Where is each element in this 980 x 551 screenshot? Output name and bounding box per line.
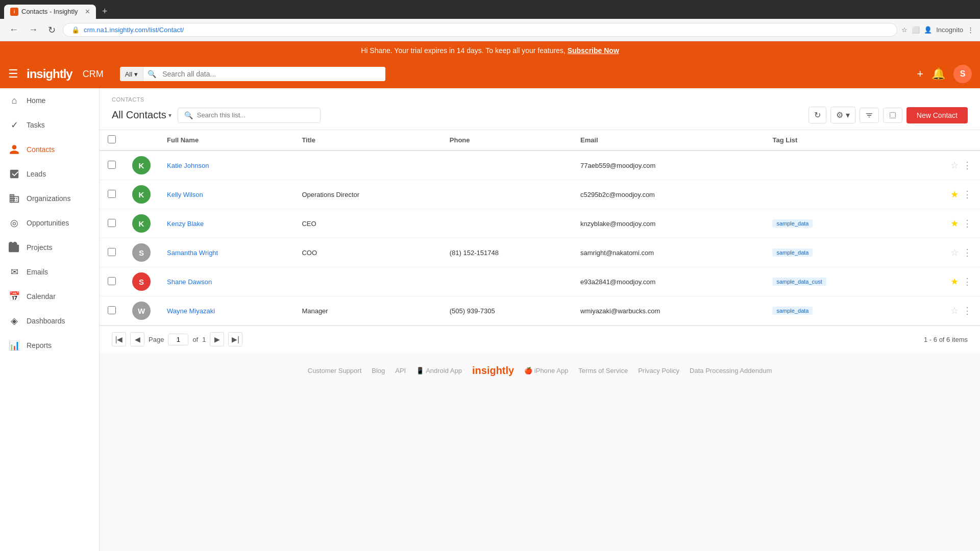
- star-button-4[interactable]: ★: [950, 276, 959, 287]
- url-bar[interactable]: 🔒 crm.na1.insightly.com/list/Contact/: [63, 23, 897, 37]
- sidebar-item-dashboards[interactable]: ◈ Dashboards: [0, 309, 99, 333]
- calendar-icon: 📅: [8, 290, 20, 303]
- more-menu-button-1[interactable]: ⋮: [963, 189, 972, 200]
- trial-message: Hi Shane. Your trial expires in 14 days.…: [361, 46, 566, 55]
- more-menu-button-0[interactable]: ⋮: [963, 160, 972, 171]
- android-app-link[interactable]: 📱 Android App: [416, 367, 462, 374]
- add-button[interactable]: +: [917, 67, 923, 81]
- contacts-toolbar: All Contacts ▾ 🔍 ↻ ⚙ ▾ New Con: [112, 107, 968, 130]
- profile-icon[interactable]: 👤: [924, 26, 932, 34]
- footer-logo: insightly: [472, 365, 514, 377]
- tag-list-header[interactable]: Tag List: [764, 130, 904, 151]
- contact-name-4[interactable]: Shane Dawson: [167, 278, 212, 286]
- contacts-dropdown-arrow[interactable]: ▾: [168, 112, 172, 119]
- next-page-button[interactable]: ▶: [210, 332, 224, 346]
- tag-badge: sample_data: [772, 248, 813, 257]
- more-menu-button-4[interactable]: ⋮: [963, 276, 972, 287]
- star-button-1[interactable]: ★: [950, 189, 959, 200]
- sidebar-item-leads[interactable]: Leads: [0, 162, 99, 186]
- new-tab-button[interactable]: +: [98, 4, 112, 19]
- contact-name-1[interactable]: Kelly Wilson: [167, 191, 203, 198]
- main-content: CONTACTS All Contacts ▾ 🔍 ↻ ⚙ ▾: [100, 88, 980, 551]
- sidebar-item-contacts[interactable]: Contacts: [0, 137, 99, 162]
- star-button-0[interactable]: ☆: [950, 160, 959, 171]
- hamburger-button[interactable]: ☰: [8, 67, 18, 81]
- active-tab[interactable]: i Contacts - Insightly ×: [4, 5, 96, 19]
- sidebar-item-opportunities[interactable]: ◎ Opportunities: [0, 211, 99, 235]
- contact-name-0[interactable]: Katie Johnson: [167, 162, 209, 169]
- star-button-3[interactable]: ☆: [950, 247, 959, 258]
- contact-name-2[interactable]: Kenzy Blake: [167, 220, 204, 228]
- sidebar-label-opportunities: Opportunities: [27, 219, 69, 227]
- contact-name-5[interactable]: Wayne Miyazaki: [167, 307, 215, 315]
- contact-title-5: Manager: [293, 296, 441, 325]
- notifications-button[interactable]: 🔔: [932, 67, 945, 81]
- star-button-2[interactable]: ★: [950, 218, 959, 229]
- contact-phone-1: [442, 180, 572, 209]
- more-menu-button-2[interactable]: ⋮: [963, 218, 972, 229]
- filter-button[interactable]: [860, 108, 879, 123]
- row-checkbox-3[interactable]: [108, 248, 116, 256]
- more-menu-button-5[interactable]: ⋮: [963, 305, 972, 316]
- last-page-button[interactable]: ▶|: [228, 332, 242, 346]
- sidebar-item-projects[interactable]: Projects: [0, 235, 99, 260]
- star-button-5[interactable]: ☆: [950, 305, 959, 316]
- search-type-dropdown[interactable]: All ▾: [120, 67, 143, 81]
- search-icon: 🔍: [143, 70, 156, 78]
- full-name-header[interactable]: Full Name: [159, 130, 293, 151]
- sidebar-item-emails[interactable]: ✉ Emails: [0, 260, 99, 284]
- incognito-label: Incognito: [936, 26, 963, 34]
- sidebar-item-home[interactable]: ⌂ Home: [0, 88, 99, 113]
- data-processing-link[interactable]: Data Processing Addendum: [690, 367, 772, 374]
- first-page-button[interactable]: |◀: [112, 332, 126, 346]
- api-link[interactable]: API: [395, 367, 406, 374]
- items-count: 1 - 6 of 6 items: [924, 336, 968, 343]
- title-header[interactable]: Title: [293, 130, 441, 151]
- extensions-icon[interactable]: ⬜: [912, 26, 920, 34]
- new-contact-button[interactable]: New Contact: [906, 107, 968, 123]
- back-button[interactable]: ←: [6, 23, 21, 36]
- prev-page-button[interactable]: ◀: [130, 332, 144, 346]
- contact-name-3[interactable]: Samantha Wright: [167, 249, 218, 257]
- row-checkbox-2[interactable]: [108, 219, 116, 227]
- sidebar-item-calendar[interactable]: 📅 Calendar: [0, 284, 99, 309]
- page-input[interactable]: [168, 334, 188, 345]
- menu-icon[interactable]: ⋮: [967, 26, 974, 34]
- select-all-checkbox[interactable]: [108, 135, 116, 143]
- contact-tags-2: sample_data: [764, 209, 904, 238]
- refresh-button[interactable]: ↻: [45, 23, 59, 37]
- tab-close-button[interactable]: ×: [85, 8, 90, 16]
- blog-link[interactable]: Blog: [372, 367, 385, 374]
- sidebar-item-reports[interactable]: 📊 Reports: [0, 333, 99, 358]
- customer-support-link[interactable]: Customer Support: [308, 367, 362, 374]
- table-row: KKatie Johnson77aeb559@moodjoy.com ☆ ⋮: [100, 151, 980, 180]
- list-search-bar: 🔍: [178, 108, 321, 123]
- bookmark-icon[interactable]: ☆: [901, 26, 908, 34]
- sidebar-item-organizations[interactable]: Organizations: [0, 186, 99, 211]
- dashboards-icon: ◈: [8, 315, 20, 327]
- table-row: WWayne MiyazakiManager(505) 939-7305wmiy…: [100, 296, 980, 325]
- privacy-link[interactable]: Privacy Policy: [638, 367, 679, 374]
- phone-header[interactable]: Phone: [442, 130, 572, 151]
- row-checkbox-1[interactable]: [108, 190, 116, 198]
- row-checkbox-4[interactable]: [108, 277, 116, 285]
- terms-link[interactable]: Terms of Service: [578, 367, 628, 374]
- table-row: KKelly WilsonOperations Directorc5295b2c…: [100, 180, 980, 209]
- tag-badge: sample_data: [772, 219, 813, 228]
- settings-button[interactable]: ⚙ ▾: [830, 107, 855, 123]
- list-search-input[interactable]: [197, 111, 314, 119]
- subscribe-link[interactable]: Subscribe Now: [568, 46, 619, 55]
- contact-avatar-3: S: [132, 243, 151, 262]
- app-logo: insightly: [27, 67, 72, 81]
- sidebar-item-tasks[interactable]: ✓ Tasks: [0, 113, 99, 137]
- search-input[interactable]: [156, 67, 385, 81]
- forward-button[interactable]: →: [26, 23, 41, 36]
- refresh-list-button[interactable]: ↻: [808, 107, 826, 123]
- email-header[interactable]: Email: [572, 130, 764, 151]
- row-checkbox-5[interactable]: [108, 306, 116, 314]
- more-menu-button-3[interactable]: ⋮: [963, 247, 972, 258]
- iphone-app-link[interactable]: 🍎 iPhone App: [524, 367, 568, 374]
- columns-button[interactable]: [883, 108, 902, 123]
- user-avatar[interactable]: S: [953, 65, 972, 83]
- row-checkbox-0[interactable]: [108, 161, 116, 169]
